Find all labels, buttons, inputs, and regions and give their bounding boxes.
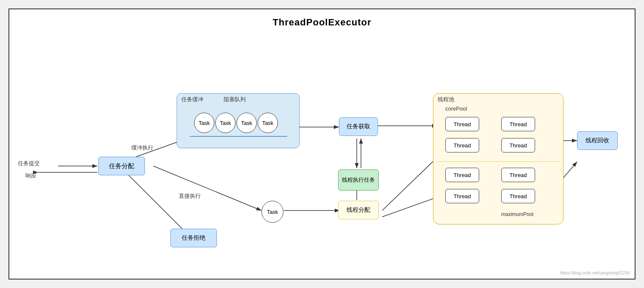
thread-5: Thread xyxy=(445,168,479,182)
direct-task-circle: Task xyxy=(261,201,283,223)
svg-line-6 xyxy=(128,174,187,234)
svg-line-5 xyxy=(153,166,261,210)
diagram-title: ThreadPoolExecutor xyxy=(9,17,635,28)
task-reject-box: 任务拒绝 xyxy=(170,229,217,247)
thread-pool-label: 线程池 xyxy=(438,96,454,103)
response-label: 响应 xyxy=(25,172,36,180)
blocking-queue-label: 阻塞队列 xyxy=(224,96,246,103)
thread-4: Thread xyxy=(501,138,535,152)
task-buffer-label: 任务缓冲 xyxy=(181,96,203,103)
thread-2: Thread xyxy=(501,117,535,131)
thread-dispatch-box: 线程分配 xyxy=(338,201,379,219)
watermark: https://blog.csdn.net/yangdong01234 xyxy=(560,271,630,275)
thread-6: Thread xyxy=(501,168,535,182)
svg-line-13 xyxy=(382,196,441,217)
task-acquire-box: 任务获取 xyxy=(339,117,378,136)
thread-recycle-box: 线程回收 xyxy=(577,131,618,150)
task-buffer-area: 任务缓冲 阻塞队列 Task Task Task Task xyxy=(177,93,300,148)
core-pool-label: corePool xyxy=(445,105,467,112)
buffer-task4: Task xyxy=(258,113,278,133)
task-submit-label: 任务提交 xyxy=(18,160,40,167)
buffer-task2: Task xyxy=(215,113,236,133)
thread-8: Thread xyxy=(501,189,535,203)
thread-pool-area: 线程池 corePool Thread Thread Thread Thread… xyxy=(433,93,564,224)
thread-7: Thread xyxy=(445,189,479,203)
thread-3: Thread xyxy=(445,138,479,152)
thread-1: Thread xyxy=(445,117,479,131)
buffer-exec-label: 缓冲执行 xyxy=(131,144,153,152)
buffer-task1: Task xyxy=(194,113,214,133)
svg-line-12 xyxy=(382,153,441,210)
task-dispatch-box: 任务分配 xyxy=(98,157,145,175)
thread-exec-task-box: 线程执行任务 xyxy=(338,169,379,191)
buffer-task3: Task xyxy=(236,113,257,133)
direct-exec-label: 直接执行 xyxy=(179,192,201,200)
max-pool-label: maximumPool xyxy=(501,211,533,217)
diagram-container: ThreadPoolExecutor xyxy=(8,8,636,280)
